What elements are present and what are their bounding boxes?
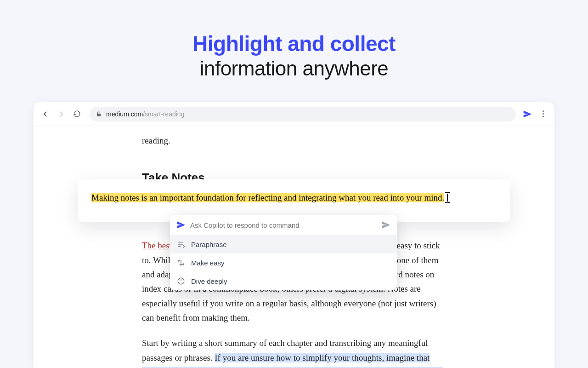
dive-deeply-icon [176,276,186,286]
lock-icon [96,111,102,117]
popup-item-make-easy[interactable]: Make easy [170,253,397,272]
url-bar[interactable]: medium.com/smart-reading [90,107,516,121]
popup-item-label: Make easy [191,259,225,267]
send-icon[interactable] [381,220,390,230]
popup-item-paraphrase[interactable]: Paraphrase [170,235,397,253]
copilot-input-row [170,215,397,235]
hero: Highlight and collect information anywhe… [0,0,588,80]
nav-back-button[interactable] [41,109,50,119]
highlighted-text[interactable]: Making notes is an important foundation … [91,193,444,202]
nav-forward-button[interactable] [57,109,66,119]
url-domain: medium.com [106,110,143,118]
hero-title: Highlight and collect [0,31,588,56]
make-easy-icon [176,258,186,267]
paraphrase-icon [176,240,186,249]
text-cursor-icon [443,191,452,208]
popup-item-dive-deeply[interactable]: Dive deeply [170,272,397,290]
copilot-logo-icon [176,220,186,230]
copilot-command-input[interactable] [190,221,377,229]
extension-icon[interactable] [522,109,532,119]
article-fragment: reading. [142,133,446,148]
browser-window: medium.com/smart-reading reading. Take N… [34,102,554,368]
copilot-popup: Paraphrase Make easy Dive deeply [170,215,397,290]
hero-subtitle: information anywhere [0,57,588,80]
url-path: /smart-reading [143,110,184,118]
article-paragraph-2: Start by writing a short summary of each… [142,336,446,368]
popup-item-label: Dive deeply [191,277,227,285]
browser-toolbar: medium.com/smart-reading [34,102,554,126]
nav-reload-button[interactable] [72,109,81,119]
browser-menu-button[interactable] [539,110,547,117]
popup-item-label: Paraphrase [191,241,227,248]
